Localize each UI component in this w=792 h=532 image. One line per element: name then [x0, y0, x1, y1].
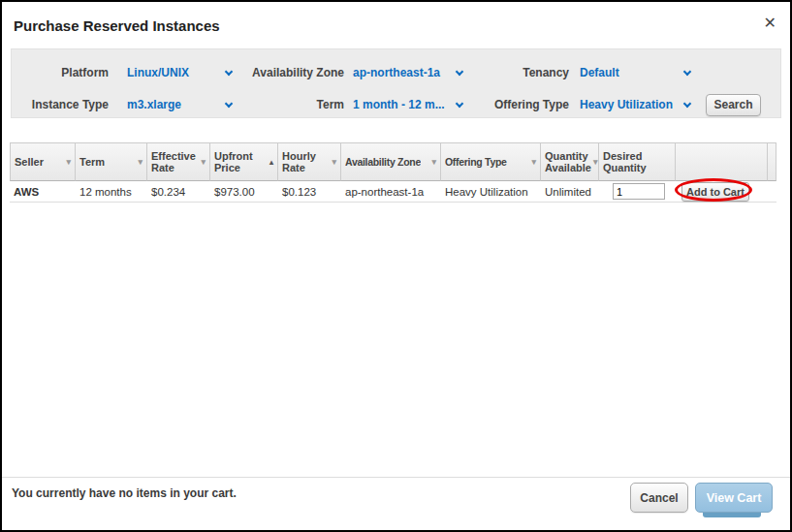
tenancy-label: Tenancy	[466, 66, 569, 79]
sort-icon: ▾	[431, 157, 436, 167]
offering-type-value: Heavy Utilization	[580, 98, 673, 111]
sort-icon: ▾	[332, 157, 336, 167]
cell-desired-quantity	[599, 181, 676, 203]
term-value: 1 month - 12 m...	[353, 98, 445, 111]
cell-upfront-price: $973.00	[210, 181, 278, 203]
availability-zone-dropdown[interactable]: ap-northeast-1a	[353, 66, 466, 79]
availability-zone-value: ap-northeast-1a	[353, 66, 440, 79]
filter-row-1: Platform Linux/UNIX Availability Zone ap…	[12, 60, 780, 85]
tenancy-dropdown[interactable]: Default	[580, 66, 694, 79]
chevron-down-icon	[225, 67, 233, 75]
platform-value: Linux/UNIX	[127, 66, 189, 79]
cell-availability-zone: ap-northeast-1a	[341, 181, 441, 203]
column-header-upfront-price[interactable]: Upfront Price ▴	[210, 142, 278, 181]
chevron-down-icon	[456, 67, 463, 75]
footer-divider	[2, 477, 790, 478]
reserved-instances-table: Seller ▾ Term ▾ Effective Rate ▾ Upfront…	[10, 142, 776, 203]
view-cart-button-shadow	[703, 513, 761, 517]
column-header-availability-zone[interactable]: Availability Zone ▾	[341, 142, 441, 181]
sort-icon: ▾	[138, 157, 143, 167]
close-icon[interactable]: ✕	[764, 16, 776, 31]
cell-term: 12 months	[76, 181, 147, 203]
tenancy-value: Default	[580, 66, 619, 79]
chevron-down-icon	[683, 99, 691, 107]
platform-dropdown[interactable]: Linux/UNIX	[127, 66, 236, 79]
view-cart-button[interactable]: View Cart	[695, 483, 773, 513]
cell-offering-type: Heavy Utilization	[441, 181, 541, 203]
sort-icon: ▾	[66, 157, 71, 167]
column-header-seller[interactable]: Seller ▾	[10, 142, 76, 181]
cart-status-text: You currently have no items in your cart…	[12, 486, 237, 500]
chevron-down-icon	[225, 99, 233, 107]
sort-icon: ▾	[201, 157, 206, 167]
instance-type-value: m3.xlarge	[127, 98, 181, 111]
sort-icon: ▾	[531, 157, 536, 167]
cell-quantity-available: Unlimited	[541, 181, 599, 203]
column-header-action	[676, 142, 768, 181]
add-to-cart-button[interactable]: Add to Cart	[681, 182, 749, 202]
chevron-down-icon	[683, 67, 691, 75]
desired-quantity-input[interactable]	[613, 183, 665, 200]
offering-type-dropdown[interactable]: Heavy Utilization	[580, 98, 694, 111]
instance-type-label: Instance Type	[12, 98, 109, 111]
search-button[interactable]: Search	[706, 94, 761, 116]
column-header-quantity-available[interactable]: Quantity Available ▾	[541, 142, 599, 181]
instance-type-dropdown[interactable]: m3.xlarge	[127, 98, 236, 111]
term-dropdown[interactable]: 1 month - 12 m...	[353, 98, 466, 111]
filter-panel: Platform Linux/UNIX Availability Zone ap…	[11, 48, 781, 118]
cell-seller: AWS	[10, 181, 76, 203]
cell-action: Add to Cart	[676, 181, 768, 203]
chevron-down-icon	[456, 99, 463, 107]
sort-icon: ▾	[593, 157, 598, 167]
page-title: Purchase Reserved Instances	[14, 17, 220, 34]
platform-label: Platform	[12, 66, 109, 79]
column-header-effective-rate[interactable]: Effective Rate ▾	[147, 142, 210, 181]
column-header-offering-type[interactable]: Offering Type ▾	[441, 142, 541, 181]
table-row: AWS 12 months $0.234 $973.00 $0.123 ap-n…	[10, 181, 776, 203]
purchase-reserved-instances-dialog: Purchase Reserved Instances ✕ Platform L…	[0, 0, 792, 532]
cell-spacer	[768, 181, 776, 203]
column-header-hourly-rate[interactable]: Hourly Rate ▾	[278, 142, 341, 181]
availability-zone-label: Availability Zone	[236, 66, 344, 79]
filter-row-2: Instance Type m3.xlarge Term 1 month - 1…	[12, 92, 780, 117]
cancel-button[interactable]: Cancel	[630, 483, 688, 513]
column-header-desired-quantity: Desired Quantity	[599, 142, 676, 181]
cell-hourly-rate: $0.123	[278, 181, 341, 203]
column-header-spacer	[768, 142, 776, 181]
offering-type-label: Offering Type	[466, 98, 569, 111]
sort-asc-icon: ▴	[269, 158, 273, 167]
term-label: Term	[236, 98, 344, 111]
cell-effective-rate: $0.234	[147, 181, 210, 203]
table-header-row: Seller ▾ Term ▾ Effective Rate ▾ Upfront…	[10, 142, 776, 181]
column-header-term[interactable]: Term ▾	[76, 142, 147, 181]
